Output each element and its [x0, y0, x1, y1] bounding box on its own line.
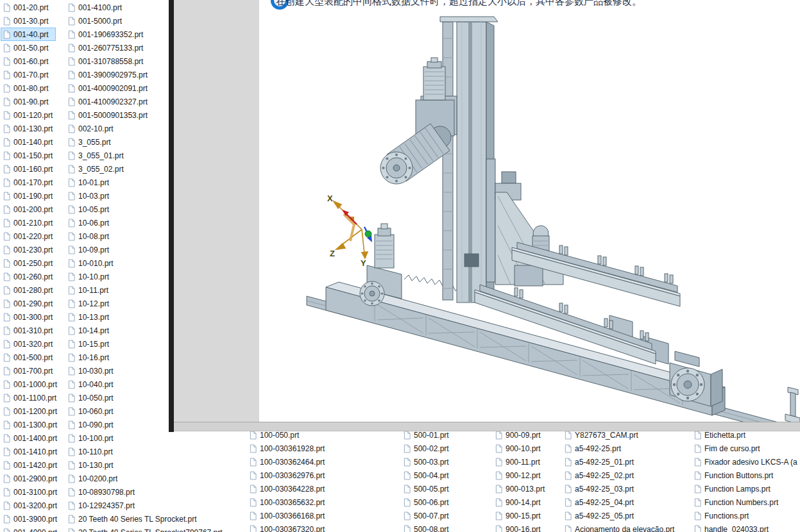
file-item[interactable]: 10-060.prt [66, 405, 115, 417]
file-item[interactable]: 001-20.prt [1, 1, 51, 13]
file-item[interactable]: 001-3900902975.prt [66, 69, 149, 81]
file-item[interactable]: 10-030.prt [66, 365, 115, 377]
file-item[interactable]: 10-06.prt [66, 217, 111, 229]
panel-divider[interactable] [169, 0, 174, 432]
file-item[interactable]: 100-030362976.prt [248, 469, 327, 481]
file-item[interactable]: 10-12924357.prt [66, 499, 137, 511]
file-item[interactable]: 001-210.prt [1, 217, 55, 229]
file-item[interactable]: 001-290.prt [1, 297, 55, 310]
file-item[interactable]: 002-10.prt [66, 122, 115, 135]
file-item[interactable]: a5-492-25_02.prt [563, 469, 636, 481]
file-item[interactable]: 10-13.prt [66, 311, 111, 323]
file-item[interactable]: 900-10.prt [493, 442, 543, 454]
file-item[interactable]: 001-140.prt [1, 136, 55, 148]
file-item[interactable]: 001-30.prt [1, 15, 51, 27]
file-item[interactable]: a5-492-25_04.prt [563, 496, 636, 508]
file-item[interactable]: 500-02.prt [402, 442, 451, 454]
file-item[interactable]: Functions.prt [692, 510, 751, 522]
file-item[interactable]: 001-5000901353.prt [66, 109, 149, 121]
file-item[interactable]: 900-013.prt [493, 483, 547, 495]
file-item[interactable]: 001-190693352.prt [66, 28, 145, 40]
file-item[interactable]: 500-04.prt [402, 469, 451, 481]
file-item[interactable]: Acionamento da elevação.prt [563, 523, 676, 532]
file-item[interactable]: 900-16.prt [493, 523, 543, 532]
file-item[interactable]: 900-14.prt [493, 496, 543, 508]
file-item[interactable]: 001-4000.prt [1, 526, 59, 532]
file-item[interactable]: 001-80.prt [1, 82, 51, 94]
file-item[interactable]: 500-07.prt [402, 510, 451, 522]
file-item[interactable]: 500-05.prt [402, 483, 451, 495]
file-item[interactable]: 001-4100902327.prt [66, 96, 149, 108]
file-item[interactable]: 001-3100.prt [1, 486, 59, 498]
file-item[interactable]: 001-700.prt [1, 365, 55, 377]
file-item[interactable]: 100-030365632.prt [248, 496, 327, 508]
file-item[interactable]: 001-320.prt [1, 338, 55, 350]
file-item[interactable]: 001-1420.prt [1, 459, 59, 471]
file-item[interactable]: 500-06.prt [402, 496, 451, 508]
file-item[interactable]: 001-310788558.prt [66, 55, 145, 67]
file-item[interactable]: 001-260.prt [1, 270, 55, 283]
file-item[interactable]: a5-492-25.prt [563, 442, 623, 454]
file-item[interactable]: 100-030367320.prt [248, 523, 327, 532]
file-item[interactable]: 20 Teeth 40 Series TL Sprocket790767.prt [66, 526, 225, 532]
file-item[interactable]: 001-1300.prt [1, 419, 59, 431]
file-item[interactable]: 001-70.prt [1, 69, 51, 81]
file-item[interactable]: 001-2900.prt [1, 472, 59, 485]
file-item[interactable]: 001-300.prt [1, 311, 55, 323]
file-item[interactable]: 001-1100.prt [1, 392, 58, 404]
file-item[interactable]: a5-492-25_03.prt [563, 483, 636, 495]
file-item[interactable]: 001-130.prt [1, 122, 55, 135]
file-item[interactable]: 001-260775133.prt [66, 42, 145, 54]
cad-3d-viewport[interactable]: 在创建大型装配的中间格式数据文件时，超过指定大小以后，其中各参数产品被修改。 [259, 0, 800, 422]
file-item[interactable]: 001-4000902091.prt [66, 82, 149, 94]
file-item[interactable]: 3_055_02.prt [66, 163, 126, 175]
file-item[interactable]: 001-50.prt [1, 42, 51, 54]
file-item[interactable]: 001-160.prt [1, 163, 55, 175]
file-item[interactable]: 001-3200.prt [1, 499, 59, 511]
file-item[interactable]: 10-0200.prt [66, 472, 119, 485]
file-item[interactable]: 10-05.prt [66, 203, 111, 215]
file-item[interactable]: 500-08.prt [402, 523, 451, 532]
file-item[interactable]: 001-5000.prt [66, 15, 124, 27]
file-item[interactable]: 001-200.prt [1, 203, 55, 215]
file-item[interactable]: 001-1400.prt [1, 432, 59, 444]
file-item[interactable]: Fim de curso.prt [692, 442, 762, 454]
file-item[interactable]: 001-90.prt [1, 96, 51, 108]
file-item[interactable]: 001-500.prt [1, 351, 55, 363]
file-item[interactable]: 10-15.prt [66, 338, 111, 350]
file-item[interactable]: 001-120.prt [1, 109, 55, 121]
orientation-triad[interactable]: X Z Y [322, 188, 399, 269]
file-item[interactable]: 500-03.prt [402, 456, 451, 468]
file-item[interactable]: 10-050.prt [66, 392, 115, 404]
file-item[interactable]: 10-08.prt [66, 230, 111, 242]
file-item[interactable]: 001-280.prt [1, 284, 55, 296]
file-item[interactable]: 10-09.prt [66, 244, 111, 256]
file-item[interactable]: Function Lamps.prt [692, 483, 772, 495]
file-item[interactable]: a5-492-25_05.prt [563, 510, 636, 522]
file-item[interactable]: 001-1000.prt [1, 378, 59, 390]
file-item[interactable]: 10-110.prt [66, 445, 115, 458]
file-item[interactable]: 20 Teeth 40 Series TL Sprocket.prt [66, 513, 199, 525]
file-item[interactable]: 3_055.prt [66, 136, 113, 148]
file-item[interactable]: 001-190.prt [1, 190, 55, 202]
file-item[interactable]: 10-040.prt [66, 378, 115, 390]
file-item[interactable]: 900-15.prt [493, 510, 543, 522]
file-item[interactable]: 001-3900.prt [1, 513, 59, 525]
file-item[interactable]: 100-030366168.prt [248, 510, 327, 522]
file-item[interactable]: 10-14.prt [66, 324, 111, 337]
file-item[interactable]: 10-090.prt [66, 419, 115, 431]
file-item[interactable]: 100-030362464.prt [248, 456, 327, 468]
file-item[interactable]: 3_055_01.prt [66, 149, 126, 162]
file-item[interactable]: 10-100.prt [66, 432, 115, 444]
file-item[interactable]: 001-1200.prt [1, 405, 59, 417]
file-item[interactable]: 001-310.prt [1, 324, 55, 337]
file-item[interactable]: Function Numbers.prt [692, 496, 780, 508]
file-item[interactable]: 001-150.prt [1, 149, 55, 162]
file-item[interactable]: 10-11.prt [66, 284, 110, 296]
file-item[interactable]: 001-4100.prt [66, 1, 124, 13]
file-item[interactable]: 100-030364228.prt [248, 483, 327, 495]
file-item[interactable]: Fixador adesivo LKCS-A (a [692, 456, 799, 468]
file-item[interactable]: 10-10.prt [66, 270, 111, 283]
file-item[interactable]: 900-12.prt [493, 469, 543, 481]
file-item[interactable]: 001-220.prt [1, 230, 55, 242]
